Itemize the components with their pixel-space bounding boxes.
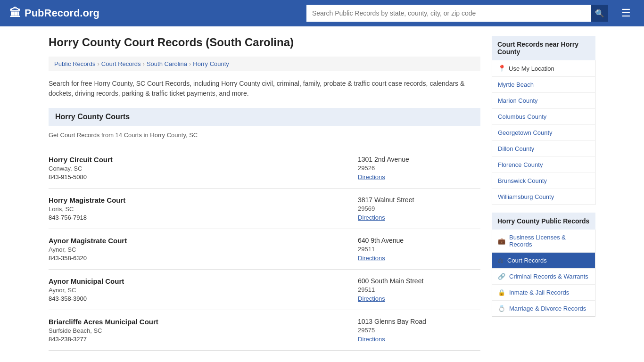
- logo-text: PubRecord.org: [25, 7, 99, 19]
- nearby-header: Court Records near Horry County: [492, 36, 595, 60]
- breadcrumb-sep-2: ›: [143, 60, 145, 67]
- location-icon: 📍: [498, 65, 506, 72]
- pub-rec-marriage-label: Marriage & Divorce Records: [509, 305, 586, 312]
- courts-count: Get Court Records from 14 Courts in Horr…: [49, 132, 480, 139]
- logo-icon: 🏛: [9, 7, 21, 20]
- main-content: Horry County Court Records (South Caroli…: [39, 26, 605, 362]
- court-address-2: 640 9th Avenue 29511 Directions: [358, 237, 480, 262]
- directions-link-4[interactable]: Directions: [358, 336, 385, 343]
- nearby-marion[interactable]: Marion County: [492, 93, 595, 109]
- court-info-0: Horry Circuit Court Conway, SC 843-915-5…: [49, 156, 358, 181]
- pub-rec-criminal[interactable]: 🔗 Criminal Records & Warrants: [492, 269, 595, 285]
- court-name-2: Aynor Magistrate Court: [49, 237, 358, 245]
- nearby-georgetown[interactable]: Georgetown County: [492, 125, 595, 141]
- public-records-list: 💼 Business Licenses & Records ⚖ Court Re…: [492, 230, 595, 317]
- directions-link-2[interactable]: Directions: [358, 255, 385, 262]
- court-city-1: Loris, SC: [49, 206, 358, 213]
- pub-rec-inmate[interactable]: 🔒 Inmate & Jail Records: [492, 285, 595, 301]
- use-location-item[interactable]: 📍 Use My Location: [492, 60, 595, 77]
- nearby-myrtle-beach[interactable]: Myrtle Beach: [492, 77, 595, 93]
- court-entry-3: Aynor Municipal Court Aynor, SC 843-358-…: [49, 270, 480, 310]
- page-title: Horry County Court Records (South Caroli…: [49, 36, 480, 49]
- court-name-4: Briarcliffe Acres Municipal Court: [49, 318, 358, 326]
- briefcase-icon: 💼: [498, 238, 505, 245]
- court-zip-4: 29575: [358, 327, 480, 334]
- breadcrumb-public-records[interactable]: Public Records: [54, 60, 95, 67]
- court-city-3: Aynor, SC: [49, 287, 358, 294]
- court-city-0: Conway, SC: [49, 165, 358, 172]
- nearby-columbus[interactable]: Columbus County: [492, 109, 595, 125]
- breadcrumb-sep-3: ›: [189, 60, 191, 67]
- court-street-4: 1013 Glenns Bay Road: [358, 318, 480, 325]
- court-phone-3: 843-358-3900: [49, 295, 358, 302]
- site-logo[interactable]: 🏛 PubRecord.org: [9, 7, 99, 20]
- public-records-header: Horry County Public Records: [492, 213, 595, 230]
- nearby-list: 📍 Use My Location Myrtle Beach Marion Co…: [492, 60, 595, 205]
- court-phone-4: 843-238-3277: [49, 336, 358, 343]
- menu-icon: ☰: [621, 7, 631, 19]
- court-street-0: 1301 2nd Avenue: [358, 156, 480, 163]
- court-zip-0: 29526: [358, 165, 480, 172]
- breadcrumb: Public Records › Court Records › South C…: [49, 57, 480, 71]
- breadcrumb-court-records[interactable]: Court Records: [101, 60, 141, 67]
- court-name-1: Horry Magistrate Court: [49, 196, 358, 204]
- directions-link-1[interactable]: Directions: [358, 214, 385, 221]
- nearby-williamsburg[interactable]: Williamsburg County: [492, 189, 595, 205]
- court-info-4: Briarcliffe Acres Municipal Court Surfsi…: [49, 318, 358, 343]
- court-address-4: 1013 Glenns Bay Road 29575 Directions: [358, 318, 480, 343]
- lock-icon: 🔒: [498, 289, 505, 296]
- site-header: 🏛 PubRecord.org 🔍 ☰: [0, 0, 644, 26]
- court-address-3: 600 South Main Street 29511 Directions: [358, 277, 480, 302]
- pub-rec-criminal-label: Criminal Records & Warrants: [509, 273, 588, 280]
- courts-section-header: Horry County Courts: [49, 108, 480, 126]
- breadcrumb-south-carolina[interactable]: South Carolina: [147, 60, 187, 67]
- court-address-0: 1301 2nd Avenue 29526 Directions: [358, 156, 480, 181]
- court-street-1: 3817 Walnut Street: [358, 196, 480, 204]
- menu-button[interactable]: ☰: [618, 6, 635, 20]
- court-zip-2: 29511: [358, 246, 480, 253]
- search-button[interactable]: 🔍: [591, 5, 608, 22]
- pub-rec-inmate-label: Inmate & Jail Records: [509, 289, 569, 296]
- court-name-0: Horry Circuit Court: [49, 156, 358, 164]
- search-bar: 🔍: [306, 5, 608, 22]
- right-panel: Court Records near Horry County 📍 Use My…: [492, 36, 595, 351]
- directions-link-0[interactable]: Directions: [358, 173, 385, 181]
- court-city-4: Surfside Beach, SC: [49, 327, 358, 334]
- breadcrumb-sep-1: ›: [97, 60, 99, 67]
- pub-rec-court-label: Court Records: [507, 257, 547, 264]
- court-entry-4: Briarcliffe Acres Municipal Court Surfsi…: [49, 310, 480, 351]
- left-panel: Horry County Court Records (South Caroli…: [49, 36, 480, 351]
- use-location-link[interactable]: 📍 Use My Location: [492, 60, 595, 76]
- court-street-3: 600 South Main Street: [358, 277, 480, 285]
- chain-icon: 🔗: [498, 273, 505, 280]
- courts-list: Horry Circuit Court Conway, SC 843-915-5…: [49, 148, 480, 351]
- court-entry-0: Horry Circuit Court Conway, SC 843-915-5…: [49, 148, 480, 189]
- court-street-2: 640 9th Avenue: [358, 237, 480, 244]
- court-entry-1: Horry Magistrate Court Loris, SC 843-756…: [49, 189, 480, 229]
- search-input[interactable]: [306, 5, 591, 22]
- nearby-florence[interactable]: Florence County: [492, 157, 595, 173]
- search-icon: 🔍: [595, 9, 604, 18]
- court-zip-3: 29511: [358, 286, 480, 293]
- pub-rec-marriage[interactable]: 💍 Marriage & Divorce Records: [492, 301, 595, 316]
- court-phone-0: 843-915-5080: [49, 173, 358, 181]
- court-address-1: 3817 Walnut Street 29569 Directions: [358, 196, 480, 221]
- nearby-brunswick[interactable]: Brunswick County: [492, 173, 595, 189]
- use-location-label: Use My Location: [509, 65, 554, 72]
- nearby-dillon[interactable]: Dillon County: [492, 141, 595, 157]
- breadcrumb-horry-county[interactable]: Horry County: [193, 60, 229, 67]
- court-phone-1: 843-756-7918: [49, 214, 358, 221]
- directions-link-3[interactable]: Directions: [358, 295, 385, 302]
- court-info-2: Aynor Magistrate Court Aynor, SC 843-358…: [49, 237, 358, 262]
- pub-rec-business[interactable]: 💼 Business Licenses & Records: [492, 230, 595, 253]
- court-entry-2: Aynor Magistrate Court Aynor, SC 843-358…: [49, 229, 480, 270]
- pub-rec-court[interactable]: ⚖ Court Records: [492, 253, 595, 269]
- page-description: Search for free Horry County, SC Court R…: [49, 79, 480, 99]
- pub-rec-business-label: Business Licenses & Records: [509, 234, 589, 248]
- scales-icon: ⚖: [498, 257, 504, 264]
- court-info-1: Horry Magistrate Court Loris, SC 843-756…: [49, 196, 358, 221]
- court-zip-1: 29569: [358, 205, 480, 212]
- court-phone-2: 843-358-6320: [49, 255, 358, 262]
- court-name-3: Aynor Municipal Court: [49, 277, 358, 285]
- court-city-2: Aynor, SC: [49, 246, 358, 253]
